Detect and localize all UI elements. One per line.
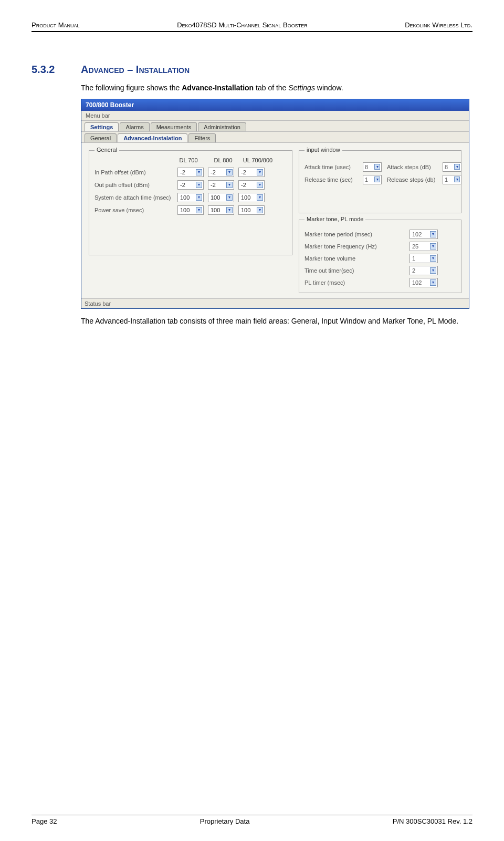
release-steps-select[interactable]: 1▾ bbox=[443, 175, 461, 184]
tab-administration[interactable]: Administration bbox=[198, 122, 246, 131]
chevron-down-icon: ▾ bbox=[196, 207, 202, 213]
page-header: Product Manual Deko4078SD Multi-Channel … bbox=[32, 21, 472, 32]
general-column-headers: DL 700 DL 800 UL 700/800 bbox=[173, 157, 287, 163]
menubar-label: Menu bar bbox=[81, 111, 469, 121]
chevron-down-icon: ▾ bbox=[226, 182, 233, 188]
powersave-dl700-select[interactable]: 100▾ bbox=[177, 205, 204, 215]
marker-volume-select[interactable]: 1▾ bbox=[410, 254, 438, 263]
section-title: Advanced – Installation bbox=[81, 64, 190, 76]
chevron-down-icon: ▾ bbox=[257, 169, 263, 175]
chevron-down-icon: ▾ bbox=[196, 182, 202, 188]
general-fieldset: General DL 700 DL 800 UL 700/800 In Path… bbox=[89, 150, 292, 255]
screenshot-window: 700/800 Booster Menu bar Settings Alarms… bbox=[81, 99, 469, 309]
intro-text: The following figure shows the Advance-I… bbox=[81, 83, 472, 94]
release-time-select[interactable]: 1▾ bbox=[363, 175, 382, 184]
general-legend: General bbox=[94, 147, 119, 153]
window-titlebar: 700/800 Booster bbox=[81, 99, 469, 111]
tab-measurements[interactable]: Measurments bbox=[151, 122, 197, 131]
chevron-down-icon: ▾ bbox=[454, 164, 460, 170]
subtab-advanced-installation[interactable]: Advanced-Instalation bbox=[118, 133, 187, 142]
chevron-down-icon: ▾ bbox=[454, 176, 460, 182]
section-number: 5.3.2 bbox=[32, 64, 68, 76]
subtab-filters[interactable]: Filters bbox=[188, 133, 216, 142]
deattach-dl800-select[interactable]: 100▾ bbox=[208, 193, 234, 202]
chevron-down-icon: ▾ bbox=[226, 194, 233, 201]
powersave-ul-select[interactable]: 100▾ bbox=[238, 205, 265, 215]
subtab-general[interactable]: General bbox=[85, 133, 117, 142]
main-tab-row: Settings Alarms Measurments Administrati… bbox=[81, 121, 469, 132]
chevron-down-icon: ▾ bbox=[430, 279, 436, 286]
header-left: Product Manual bbox=[32, 21, 80, 29]
chevron-down-icon: ▾ bbox=[257, 182, 263, 188]
chevron-down-icon: ▾ bbox=[430, 231, 436, 237]
out-path-ul-select[interactable]: -2▾ bbox=[238, 180, 265, 190]
chevron-down-icon: ▾ bbox=[374, 176, 380, 182]
header-right: Dekolink Wireless Ltd. bbox=[405, 21, 472, 29]
chevron-down-icon: ▾ bbox=[430, 255, 436, 262]
in-path-dl800-select[interactable]: -2▾ bbox=[208, 168, 234, 177]
row-in-path-offset: In Path offset (dBm) -2▾ -2▾ -2▾ bbox=[94, 168, 287, 177]
chevron-down-icon: ▾ bbox=[226, 169, 233, 175]
chevron-down-icon: ▾ bbox=[430, 267, 436, 274]
in-path-dl700-select[interactable]: -2▾ bbox=[177, 168, 204, 177]
footer-right: P/N 300SC30031 Rev. 1.2 bbox=[393, 817, 472, 825]
out-path-dl700-select[interactable]: -2▾ bbox=[177, 180, 204, 190]
chevron-down-icon: ▾ bbox=[196, 194, 202, 201]
marker-period-select[interactable]: 102▾ bbox=[410, 230, 438, 239]
pl-timer-select[interactable]: 102▾ bbox=[410, 278, 438, 287]
statusbar-label: Status bar bbox=[81, 298, 469, 308]
attack-steps-select[interactable]: 8▾ bbox=[443, 162, 461, 172]
attack-time-select[interactable]: 8▾ bbox=[363, 162, 382, 172]
row-system-deattach: System de attach time (msec) 100▾ 100▾ 1… bbox=[94, 193, 287, 202]
timeout-timer-select[interactable]: 2▾ bbox=[410, 266, 438, 275]
footer-center: Proprietary Data bbox=[200, 817, 250, 825]
chevron-down-icon: ▾ bbox=[257, 207, 263, 213]
chevron-down-icon: ▾ bbox=[196, 169, 202, 175]
header-center: Deko4078SD Multi-Channel Signal Booster bbox=[177, 21, 307, 29]
footer-left: Page 32 bbox=[32, 817, 57, 825]
sub-tab-row: General Advanced-Instalation Filters bbox=[81, 132, 469, 143]
marker-tone-fieldset: Marker tone, PL mode Marker tone period … bbox=[299, 220, 461, 293]
input-window-legend: input window bbox=[304, 147, 342, 153]
row-out-path-offset: Out path offset (dBm) -2▾ -2▾ -2▾ bbox=[94, 180, 287, 190]
chevron-down-icon: ▾ bbox=[430, 243, 436, 250]
marker-tone-legend: Marker tone, PL mode bbox=[304, 216, 365, 222]
out-path-dl800-select[interactable]: -2▾ bbox=[208, 180, 234, 190]
in-path-ul-select[interactable]: -2▾ bbox=[238, 168, 265, 177]
tab-settings[interactable]: Settings bbox=[85, 122, 119, 131]
deattach-dl700-select[interactable]: 100▾ bbox=[177, 193, 204, 202]
page-footer: Page 32 Proprietary Data P/N 300SC30031 … bbox=[32, 815, 472, 825]
chevron-down-icon: ▾ bbox=[226, 207, 233, 213]
powersave-dl800-select[interactable]: 100▾ bbox=[208, 205, 234, 215]
chevron-down-icon: ▾ bbox=[374, 164, 380, 170]
input-window-fieldset: input window Attack time (usec) 8▾ Attac… bbox=[299, 150, 461, 213]
deattach-ul-select[interactable]: 100▾ bbox=[238, 193, 265, 202]
tab-alarms[interactable]: Alarms bbox=[120, 122, 149, 131]
outro-text: The Advanced-Installation tab consists o… bbox=[81, 316, 472, 327]
row-power-save: Power save (msec) 100▾ 100▾ 100▾ bbox=[94, 205, 287, 215]
chevron-down-icon: ▾ bbox=[257, 194, 263, 201]
marker-frequency-select[interactable]: 25▾ bbox=[410, 242, 438, 251]
